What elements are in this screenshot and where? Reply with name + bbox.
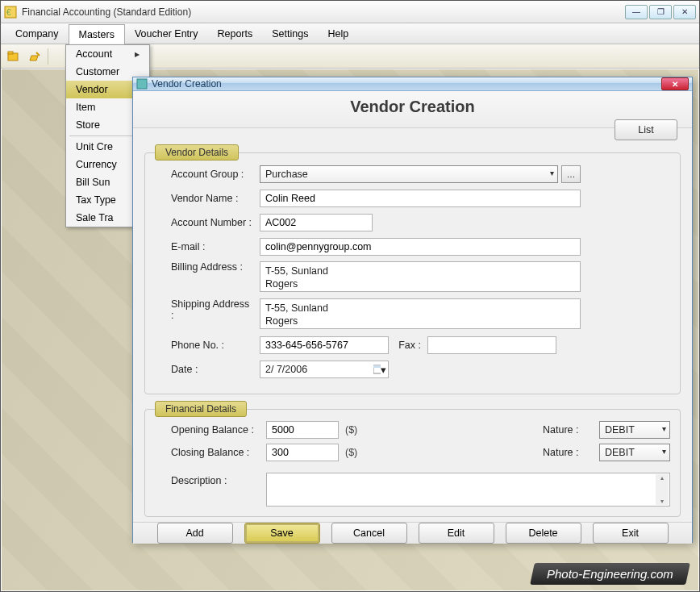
save-button[interactable]: Save: [244, 523, 320, 544]
add-button[interactable]: Add: [157, 523, 233, 544]
vendor-creation-dialog: Vendor Creation ✕ Vendor Creation List V…: [132, 77, 693, 543]
delete-button[interactable]: Delete: [506, 523, 581, 544]
menu-settings[interactable]: Settings: [262, 23, 318, 44]
opening-balance-label: Opening Balance :: [155, 424, 266, 436]
vendor-details-group: Vendor Details Account Group : Purchase …: [144, 152, 681, 394]
account-group-label: Account Group :: [155, 169, 260, 180]
edit-button[interactable]: Edit: [419, 523, 494, 544]
toolbar-separator: [48, 48, 48, 65]
opening-currency-label: ($): [339, 424, 371, 436]
phone-input[interactable]: [260, 336, 389, 354]
opening-balance-input[interactable]: [266, 421, 339, 439]
description-label: Description :: [155, 473, 266, 486]
window-controls: — ❐ ✕: [625, 5, 696, 19]
close-button[interactable]: ✕: [673, 5, 696, 19]
account-number-input[interactable]: [260, 214, 373, 231]
closing-balance-input[interactable]: [266, 444, 339, 461]
phone-label: Phone No. :: [155, 340, 260, 351]
opening-nature-label: Nature :: [543, 424, 599, 436]
dialog-close-button[interactable]: ✕: [661, 77, 689, 90]
dialog-titlebar: Vendor Creation ✕: [133, 77, 692, 91]
svg-marker-4: [30, 56, 38, 60]
menubar: CompanyMastersVoucher EntryReportsSettin…: [1, 23, 699, 44]
toolbar-open-icon[interactable]: [4, 48, 23, 65]
dialog-icon: [136, 78, 148, 90]
dialog-title: Vendor Creation: [152, 78, 661, 90]
dialog-heading: Vendor Creation: [133, 91, 692, 128]
menu-reports[interactable]: Reports: [207, 23, 262, 44]
billing-address-input[interactable]: T-55, Sunland Rogers: [260, 261, 581, 292]
watermark: Photo-Engineering.com: [530, 563, 690, 585]
svg-rect-8: [373, 365, 381, 368]
shipping-address-label: Shipping Address :: [155, 298, 260, 321]
email-label: E-mail :: [155, 241, 260, 252]
svg-rect-6: [137, 79, 147, 89]
titlebar: € Financial Accounting (Standard Edition…: [1, 1, 699, 23]
date-label: Date :: [155, 364, 260, 375]
description-scrollbar[interactable]: ▴▾: [656, 474, 669, 505]
app-icon: €: [4, 6, 17, 19]
vendor-details-label: Vendor Details: [155, 144, 239, 161]
minimize-button[interactable]: —: [625, 5, 648, 19]
closing-nature-label: Nature :: [543, 447, 599, 458]
account-group-browse-button[interactable]: …: [561, 165, 581, 183]
svg-line-5: [36, 52, 40, 56]
closing-nature-select[interactable]: DEBIT: [599, 444, 670, 461]
maximize-button[interactable]: ❐: [649, 5, 672, 19]
financial-details-label: Financial Details: [155, 401, 247, 417]
account-group-select[interactable]: Purchase: [260, 165, 558, 183]
app-title: Financial Accounting (Standard Edition): [22, 6, 625, 18]
dropdown-item-account[interactable]: Account: [66, 45, 149, 63]
shipping-address-input[interactable]: T-55, Sunland Rogers: [260, 298, 581, 329]
list-button[interactable]: List: [615, 119, 677, 140]
menu-help[interactable]: Help: [318, 23, 358, 44]
vendor-name-label: Vendor Name :: [155, 193, 260, 204]
dialog-button-bar: AddSaveCancelEditDeleteExit: [133, 522, 692, 544]
exit-button[interactable]: Exit: [593, 523, 669, 544]
billing-address-label: Billing Address :: [155, 261, 260, 273]
dialog-body: Vendor Creation List Vendor Details Acco…: [133, 91, 692, 522]
opening-nature-select[interactable]: DEBIT: [599, 421, 670, 439]
menu-voucher-entry[interactable]: Voucher Entry: [125, 23, 208, 44]
cancel-button[interactable]: Cancel: [331, 523, 407, 544]
menu-company[interactable]: Company: [6, 23, 69, 44]
fax-label: Fax :: [389, 340, 427, 351]
calendar-icon[interactable]: ▾: [373, 361, 386, 377]
menu-masters[interactable]: Masters: [69, 24, 125, 44]
svg-text:€: €: [6, 8, 11, 17]
date-input[interactable]: 2/ 7/2006 ▾: [260, 361, 389, 378]
svg-rect-3: [8, 52, 13, 54]
fax-input[interactable]: [427, 336, 556, 354]
account-number-label: Account Number :: [155, 217, 260, 228]
date-value: 2/ 7/2006: [265, 364, 307, 375]
description-textarea[interactable]: ▴▾: [266, 473, 670, 507]
closing-balance-label: Closing Balance :: [155, 447, 266, 458]
financial-details-group: Financial Details Opening Balance : ($) …: [144, 409, 681, 517]
email-input[interactable]: [260, 238, 581, 256]
main-window: € Financial Accounting (Standard Edition…: [0, 0, 700, 592]
toolbar-edit-icon[interactable]: [25, 48, 44, 65]
vendor-name-input[interactable]: [260, 190, 581, 207]
closing-currency-label: ($): [339, 447, 371, 458]
